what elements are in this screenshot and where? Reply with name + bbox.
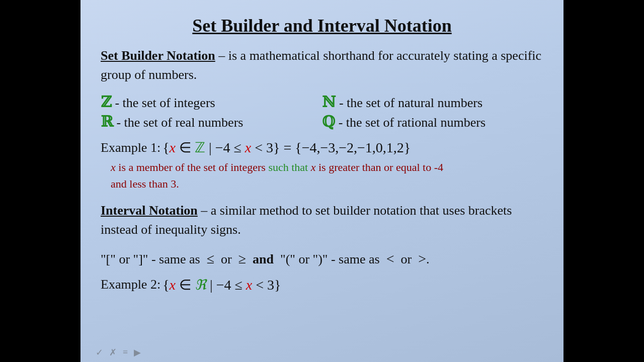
example1-label: Example 1:	[101, 140, 160, 155]
toolbar-x-icon[interactable]: ✗	[109, 347, 117, 358]
explanation-such-that: such that	[268, 161, 308, 173]
n-description: - the set of natural numbers	[339, 96, 482, 110]
z-description: - the set of integers	[115, 96, 215, 110]
page-title: Set Builder and Interval Notation	[101, 15, 543, 36]
q-symbol-item: ℚ - the set of rational numbers	[322, 113, 543, 130]
example2-label: Example 2:	[101, 277, 160, 292]
example2-line: Example 2: {x ∈ ℜ | −4 ≤ x < 3}	[101, 277, 543, 293]
symbols-row-1: ℤ - the set of integers ℕ - the set of n…	[101, 93, 543, 111]
r-description: - the set of real numbers	[116, 115, 243, 130]
set-builder-section: Set Builder Notation – is a mathematical…	[101, 46, 543, 84]
content-area: Set Builder and Interval Notation Set Bu…	[80, 0, 564, 362]
n-symbol: ℕ	[322, 94, 336, 110]
r-symbol: ℝ	[101, 113, 113, 130]
interval-heading: Interval Notation	[101, 203, 198, 218]
explanation-text2: x is greater than or equal to -4	[308, 161, 443, 173]
q-symbol: ℚ	[322, 113, 335, 130]
toolbar-lines-icon[interactable]: ≡	[123, 347, 128, 358]
bracket-line: "[" or "]" - same as ≤ or ≥ and "(" or "…	[101, 248, 543, 269]
interval-section: Interval Notation – a similar method to …	[101, 201, 543, 239]
toolbar: ✓ ✗ ≡ ▶	[96, 347, 141, 358]
symbols-row-2: ℝ - the set of real numbers ℚ - the set …	[101, 113, 543, 130]
example1-explanation: x is a member of the set of integers suc…	[111, 159, 543, 192]
example2-math: {x ∈ ℜ | −4 ≤ x < 3}	[163, 277, 281, 293]
z-symbol-item: ℤ - the set of integers	[101, 93, 322, 111]
r-symbol-item: ℝ - the set of real numbers	[101, 113, 322, 130]
example1-line: Example 1: {x ∈ ℤ | −4 ≤ x < 3} = {−4,−3…	[101, 139, 543, 156]
z-symbol: ℤ	[101, 94, 112, 110]
toolbar-play-icon[interactable]: ▶	[134, 347, 141, 358]
toolbar-check-icon[interactable]: ✓	[96, 347, 103, 358]
explanation-text3: and less than 3.	[111, 177, 179, 190]
set-builder-heading: Set Builder Notation	[101, 48, 215, 63]
n-symbol-item: ℕ - the set of natural numbers	[322, 93, 543, 111]
q-description: - the set of rational numbers	[339, 115, 486, 130]
example1-math: {x ∈ ℤ | −4 ≤ x < 3} = {−4,−3,−2,−1,0,1,…	[163, 139, 411, 156]
right-black-bar	[564, 0, 644, 362]
explanation-text1: x is a member of the set of integers	[111, 161, 268, 173]
left-black-bar	[0, 0, 80, 362]
